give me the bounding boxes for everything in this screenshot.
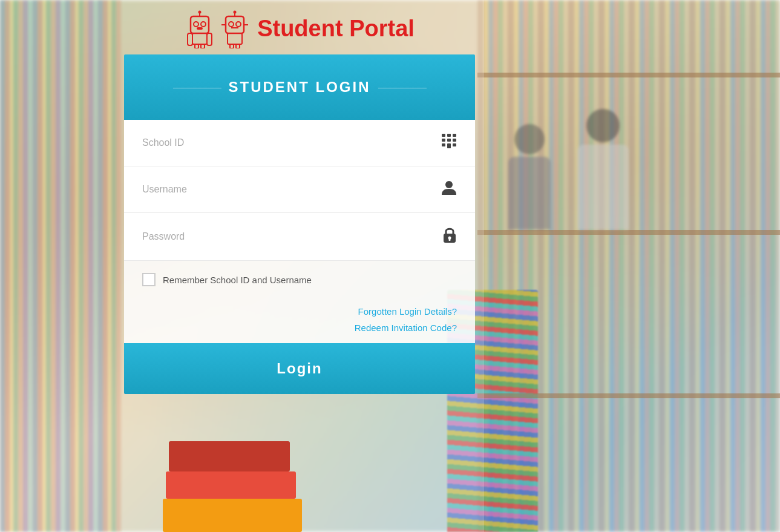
svg-rect-19 bbox=[228, 33, 242, 44]
lock-icon bbox=[442, 226, 457, 247]
keypad-icon bbox=[441, 133, 457, 153]
shelf-1 bbox=[477, 73, 780, 77]
svg-rect-27 bbox=[453, 139, 456, 142]
svg-rect-35 bbox=[449, 238, 451, 241]
logo-area: Student Portal bbox=[185, 6, 415, 48]
svg-rect-9 bbox=[195, 44, 198, 48]
svg-point-12 bbox=[229, 22, 234, 27]
robot-icon-1 bbox=[185, 9, 215, 48]
svg-rect-28 bbox=[442, 143, 445, 146]
svg-rect-10 bbox=[201, 44, 205, 48]
svg-point-2 bbox=[201, 22, 206, 27]
svg-rect-3 bbox=[197, 27, 203, 30]
remember-label: Remember School ID and Username bbox=[163, 275, 312, 285]
svg-rect-25 bbox=[442, 139, 445, 142]
svg-point-32 bbox=[445, 181, 453, 188]
svg-rect-24 bbox=[453, 134, 456, 137]
forgotten-link[interactable]: Forgotten Login Details? bbox=[358, 303, 457, 320]
form-area bbox=[124, 120, 475, 261]
robot-icon-2 bbox=[220, 9, 250, 48]
svg-point-5 bbox=[198, 11, 202, 14]
svg-rect-8 bbox=[192, 33, 207, 44]
links-area: Forgotten Login Details? Redeem Invitati… bbox=[124, 298, 475, 343]
background-persons bbox=[508, 109, 629, 232]
svg-point-13 bbox=[236, 22, 241, 27]
remember-area: Remember School ID and Username bbox=[124, 261, 475, 298]
svg-rect-21 bbox=[236, 44, 240, 48]
svg-rect-31 bbox=[447, 146, 451, 148]
svg-rect-26 bbox=[447, 139, 451, 142]
shelf-3 bbox=[477, 393, 780, 398]
user-icon bbox=[441, 180, 457, 199]
password-field bbox=[124, 213, 475, 261]
school-id-field bbox=[124, 120, 475, 166]
svg-rect-20 bbox=[230, 44, 234, 48]
portal-title: Student Portal bbox=[257, 16, 415, 42]
svg-rect-6 bbox=[188, 33, 192, 45]
username-input[interactable] bbox=[142, 184, 435, 195]
remember-checkbox[interactable] bbox=[142, 273, 156, 286]
svg-rect-23 bbox=[447, 134, 451, 137]
svg-rect-22 bbox=[442, 134, 445, 137]
svg-point-16 bbox=[234, 11, 237, 14]
svg-rect-30 bbox=[453, 143, 456, 146]
redeem-link[interactable]: Redeem Invitation Code? bbox=[355, 320, 457, 336]
password-input[interactable] bbox=[142, 231, 436, 242]
login-header-title: STUDENT LOGIN bbox=[136, 79, 463, 96]
svg-rect-7 bbox=[207, 33, 212, 45]
login-panel: Student Portal STUDENT LOGIN bbox=[124, 0, 475, 532]
username-field bbox=[124, 166, 475, 213]
login-header: STUDENT LOGIN bbox=[124, 54, 475, 120]
robot-icons bbox=[185, 9, 250, 48]
login-button[interactable]: Login bbox=[124, 343, 475, 394]
school-id-input[interactable] bbox=[142, 137, 435, 148]
svg-point-1 bbox=[194, 22, 198, 27]
